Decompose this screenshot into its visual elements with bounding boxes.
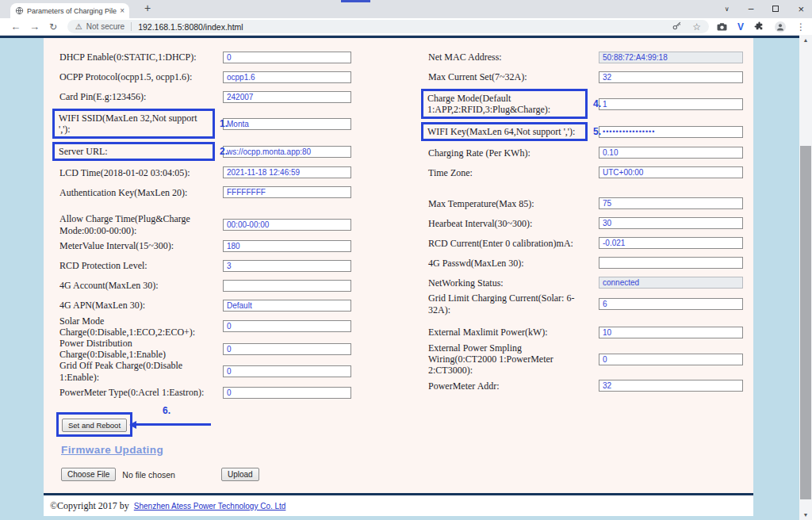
form-column-right: Net MAC Address:Max Current Set(7~32A):C… [428, 48, 743, 396]
restore-button[interactable] [772, 6, 779, 12]
charging-rate-input[interactable] [599, 147, 743, 159]
form-row-powermeter-type: PowerMeter Type(0:Acrel 1:Eastron): [59, 383, 351, 403]
vertical-scrollbar[interactable]: ▲ ▼ [799, 35, 812, 520]
charge-mode-input[interactable] [599, 98, 743, 110]
power-distribution-charge-input[interactable] [223, 343, 351, 355]
grid-limit-charging-current-input[interactable] [599, 298, 743, 310]
not-secure-label: Not secure [86, 22, 124, 31]
form-row-power-distribution-charge: Power Distribution Charge(0:Disable,1:En… [59, 338, 351, 360]
authentication-key-input[interactable] [223, 186, 351, 198]
set-reboot-highlight-box: Set and Reboot [56, 412, 132, 437]
address-bar: ← → ↻ ⚠ Not secure 192.168.1.5:8080/inde… [0, 18, 812, 36]
form-row-dhcp-enable: DHCP Enable(0:STATIC,1:DHCP): [59, 48, 351, 67]
rcd-protection-level-input[interactable] [223, 260, 351, 272]
form-row-charge-mode: Charge Mode(Default 1:APP,2:RFID,3:Plug&… [428, 87, 743, 120]
form-row-max-temperature: Max Temperature(Max 85): [428, 193, 743, 213]
scroll-up-icon[interactable]: ▲ [799, 35, 812, 45]
rcd-current-input[interactable] [599, 237, 743, 249]
4g-apn-label: 4G APN(MaxLen 30): [59, 300, 210, 311]
scrollbar-thumb[interactable] [800, 146, 811, 499]
tab-title: Parameters of Charging Pile Web [27, 7, 117, 15]
solar-mode-charge-label: Solar Mode Charge(0:Disable,1:ECO,2:ECO+… [59, 315, 210, 338]
ocpp-protocol-input[interactable] [223, 71, 351, 83]
networking-status-input [599, 277, 743, 289]
wifi-key-input[interactable] [599, 126, 743, 138]
form-row-net-mac-address: Net MAC Address: [428, 48, 743, 67]
bookmark-star-icon[interactable]: ☆ [692, 21, 701, 32]
scroll-down-icon[interactable]: ▼ [799, 510, 812, 520]
vimeo-extension-icon[interactable]: V [737, 21, 744, 32]
new-tab-button[interactable]: + [140, 2, 155, 14]
url-field[interactable]: ⚠ Not secure 192.168.1.5:8080/index.html… [67, 20, 709, 33]
set-and-reboot-button[interactable]: Set and Reboot [62, 419, 127, 432]
forward-icon[interactable]: → [25, 21, 44, 32]
form-row-time-zone: Time Zone: [428, 162, 743, 182]
allow-charge-time-input[interactable] [223, 219, 351, 231]
4g-apn-input[interactable] [223, 300, 351, 312]
wifi-ssid-input[interactable] [223, 118, 351, 130]
back-icon[interactable]: ← [6, 21, 25, 32]
metervalue-interval-input[interactable] [223, 240, 351, 252]
copyright-text: ©Copyright 2017 by [50, 500, 129, 511]
close-window-button[interactable]: × [798, 3, 804, 15]
max-temperature-input[interactable] [599, 197, 743, 209]
form-row-4g-apn: 4G APN(MaxLen 30): [59, 296, 351, 315]
annotation-wifi-ssid: 1. [220, 118, 228, 129]
form-row-networking-status: NetWorking Status: [428, 273, 743, 292]
card-pin-input[interactable] [223, 91, 351, 103]
firmware-section: Firmware Updating Choose File No file ch… [61, 444, 402, 481]
annotation-set-reboot: 6. [163, 405, 170, 416]
time-zone-input[interactable] [599, 166, 743, 178]
powermeter-type-input[interactable] [223, 387, 351, 399]
form-row-max-current-set: Max Current Set(7~32A): [428, 67, 743, 87]
net-mac-address-input [599, 52, 743, 63]
page-footer: ©Copyright 2017 by Shenzhen Atess Power … [44, 495, 753, 516]
profile-avatar[interactable] [775, 21, 786, 32]
upload-button[interactable]: Upload [221, 468, 259, 481]
company-link[interactable]: Shenzhen Atess Power Technology Co. Ltd [134, 502, 286, 510]
tab-close-icon[interactable]: × [120, 6, 124, 15]
4g-account-label: 4G Account(MaxLen 30): [59, 280, 210, 291]
wifi-key-label: WIFI Key(MaxLen 64,Not support ','): [421, 122, 588, 141]
server-url-input[interactable] [223, 146, 351, 158]
powermeter-addr-input[interactable] [599, 380, 743, 392]
minimize-button[interactable]: – [749, 3, 754, 14]
not-secure-warning-icon[interactable]: ⚠ [75, 22, 82, 31]
external-maxlimit-power-input[interactable] [599, 327, 743, 338]
max-current-set-input[interactable] [599, 71, 743, 83]
lcd-time-input[interactable] [223, 166, 351, 178]
form-row-hearbeat-interval: Hearbeat Interval(30~300): [428, 213, 743, 233]
solar-mode-charge-input[interactable] [223, 320, 351, 332]
form-row-external-maxlimit-power: External Maxlimit Power(kW): [428, 323, 743, 342]
camera-extension-icon[interactable] [717, 22, 727, 31]
browser-window: Parameters of Charging Pile Web × + ∨ – … [0, 0, 812, 520]
tab-search-icon[interactable]: ∨ [725, 6, 730, 13]
lcd-time-label: LCD Time(2018-01-02 03:04:05): [59, 167, 210, 178]
extensions-puzzle-icon[interactable] [754, 21, 764, 32]
hearbeat-interval-input[interactable] [599, 217, 743, 229]
max-temperature-label: Max Temperature(Max 85): [428, 198, 585, 209]
form-row-server-url: Server URL:2. [59, 140, 351, 162]
external-power-smpling-wiring-input[interactable] [599, 354, 743, 365]
browser-menu-icon[interactable]: ⋮ [796, 21, 806, 32]
dhcp-enable-label: DHCP Enable(0:STATIC,1:DHCP): [59, 52, 210, 63]
firmware-updating-link[interactable]: Firmware Updating [61, 444, 402, 456]
rcd-protection-level-label: RCD Protection Level: [59, 260, 210, 271]
page-viewport: DHCP Enable(0:STATIC,1:DHCP):OCPP Protoc… [0, 36, 799, 520]
overlay-artifact [341, 0, 370, 2]
choose-file-button[interactable]: Choose File [61, 468, 116, 481]
globe-favicon-icon [15, 6, 24, 15]
form-row-allow-charge-time: Allow Charge Time(Plug&Charge Mode:00:00… [59, 213, 351, 235]
browser-tab[interactable]: Parameters of Charging Pile Web × [10, 3, 129, 18]
networking-status-label: NetWorking Status: [428, 277, 585, 289]
form-row-powermeter-addr: PowerMeter Addr: [428, 376, 743, 396]
4g-account-input[interactable] [223, 280, 351, 292]
password-key-icon[interactable] [672, 21, 682, 32]
grid-off-peak-charge-input[interactable] [223, 365, 351, 377]
dhcp-enable-input[interactable] [223, 52, 351, 63]
external-power-smpling-wiring-label: External Power Smpling Wiring(0:CT2000 1… [428, 342, 585, 376]
url-text[interactable]: 192.168.1.5:8080/index.html [138, 22, 243, 32]
4g-passwd-input[interactable] [599, 257, 743, 269]
reload-icon[interactable]: ↻ [44, 21, 63, 32]
hearbeat-interval-label: Hearbeat Interval(30~300): [428, 218, 585, 229]
